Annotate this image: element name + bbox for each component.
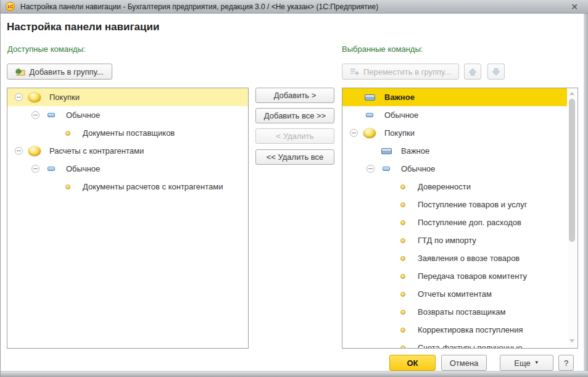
important-icon [360, 94, 379, 101]
tree-item[interactable]: ГТД по импорту [342, 231, 567, 249]
tree-item-label: Обычное [66, 110, 100, 120]
tree-item-label: Покупки [384, 128, 415, 138]
tree-item[interactable]: Обычное [7, 106, 248, 124]
command-icon [394, 292, 412, 297]
tree-item[interactable]: Корректировка поступления [342, 321, 567, 339]
command-icon [394, 202, 412, 207]
vertical-scrollbar[interactable] [568, 89, 577, 347]
command-icon [394, 184, 412, 189]
add-to-group-button[interactable]: Добавить в группу... [7, 64, 112, 80]
arrow-up-icon [468, 67, 478, 77]
group-icon [25, 146, 44, 156]
tree-item-label: Счета-фактуры полученные [418, 343, 523, 349]
available-commands-label: Доступные команды: [7, 44, 86, 54]
collapse-icon[interactable] [15, 147, 23, 155]
move-down-button[interactable] [487, 64, 505, 80]
collapse-icon[interactable] [15, 93, 23, 101]
group-icon [25, 93, 44, 102]
tree-item-label: Покупки [49, 93, 80, 102]
tree-item-label: Обычное [384, 110, 418, 120]
scroll-up-icon[interactable] [569, 92, 574, 95]
tree-item-label: Отчеты комитентам [418, 289, 492, 299]
collapse-icon[interactable] [350, 129, 358, 137]
collapse-icon[interactable] [31, 165, 39, 173]
tree-item[interactable]: Расчеты с контрагентами [7, 142, 248, 160]
command-icon [394, 256, 412, 261]
tree-item-label: Документы поставщиков [83, 128, 175, 138]
tree-item-label: Важное [401, 146, 429, 155]
group-icon [360, 128, 379, 138]
chevron-down-icon: ▼ [534, 360, 539, 365]
tree-item[interactable]: Счета-фактуры полученные [342, 339, 567, 349]
tree-item[interactable]: Важное [342, 88, 567, 106]
add-to-group-label: Добавить в группу... [29, 67, 103, 77]
add-button[interactable]: Добавить > [255, 88, 334, 103]
tree-item[interactable]: Доверенности [342, 178, 567, 196]
tree-item[interactable]: Важное [342, 142, 567, 160]
command-icon [394, 328, 412, 333]
close-icon[interactable]: ✕ [568, 1, 581, 13]
tree-item-label: Обычное [66, 164, 100, 173]
move-to-group-button[interactable]: Переместить в группу... [342, 64, 459, 80]
dialog-window: 1С Настройка панели навигации - Бухгалте… [0, 0, 588, 377]
tree-item-label: Корректировка поступления [418, 325, 523, 334]
collapse-icon[interactable] [366, 165, 375, 173]
dialog-content: Настройка панели навигации Доступные ком… [1, 14, 584, 371]
more-label: Еще [514, 358, 530, 368]
tree-item[interactable]: Отчеты комитентам [342, 285, 567, 303]
window-frame-right [584, 14, 588, 371]
important-icon [377, 148, 395, 154]
arrow-down-icon [491, 67, 501, 77]
selected-commands-label: Выбранные команды: [342, 44, 423, 54]
common-icon [377, 167, 395, 171]
window-frame-bottom [1, 371, 588, 377]
command-icon [394, 220, 412, 225]
tree-item-label: Расчеты с контрагентами [49, 146, 144, 155]
tree-item[interactable]: Поступление доп. расходов [342, 213, 567, 231]
tree-item-label: Доверенности [418, 182, 471, 191]
remove-all-button[interactable]: << Удалить все [255, 149, 334, 165]
ok-button[interactable]: ОК [389, 355, 436, 371]
command-icon [394, 274, 412, 279]
collapse-icon[interactable] [31, 111, 39, 119]
window-title: Настройка панели навигации - Бухгалтерия… [20, 2, 378, 11]
add-all-button[interactable]: Добавить все >> [255, 108, 334, 123]
command-icon [59, 184, 77, 189]
tree-item-label: Заявления о ввозе товаров [418, 254, 520, 263]
move-list-icon [350, 67, 360, 76]
selected-commands-tree: ВажноеОбычноеПокупкиВажноеОбычноеДоверен… [342, 88, 578, 349]
tree-item[interactable]: Документы расчетов с контрагентами [7, 178, 248, 196]
tree-item[interactable]: Обычное [7, 160, 248, 178]
tree-item[interactable]: Возвраты поставщикам [342, 303, 567, 321]
scroll-down-icon[interactable] [569, 339, 574, 342]
tree-item[interactable]: Документы поставщиков [7, 124, 248, 142]
command-icon [394, 346, 412, 349]
tree-item-label: Важное [384, 93, 415, 102]
tree-item-label: Поступление товаров и услуг [418, 200, 527, 209]
scrollbar-thumb[interactable] [569, 99, 575, 242]
common-icon [360, 113, 379, 117]
tree-item[interactable]: Покупки [342, 124, 567, 142]
move-to-group-label: Переместить в группу... [363, 67, 451, 77]
titlebar: 1С Настройка панели навигации - Бухгалте… [1, 0, 588, 14]
tree-item[interactable]: Передача товаров комитенту [342, 267, 567, 285]
cancel-button[interactable]: Отмена [441, 355, 487, 371]
tree-item[interactable]: Обычное [342, 160, 567, 178]
command-icon [394, 310, 412, 315]
tree-item-label: Возвраты поставщикам [418, 307, 506, 317]
tree-item-label: Передача товаров комитенту [418, 271, 527, 281]
help-button[interactable]: ? [558, 355, 574, 371]
tree-item[interactable]: Заявления о ввозе товаров [342, 249, 567, 267]
move-up-button[interactable] [464, 64, 481, 80]
available-commands-tree: ПокупкиОбычноеДокументы поставщиковРасче… [7, 88, 249, 349]
tree-item-label: Документы расчетов с контрагентами [83, 182, 223, 191]
tree-item[interactable]: Поступление товаров и услуг [342, 196, 567, 213]
page-title: Настройка панели навигации [7, 21, 159, 33]
common-icon [42, 167, 60, 171]
remove-button[interactable]: < Удалить [255, 128, 334, 144]
tree-item-label: Поступление доп. расходов [418, 218, 521, 227]
tree-item[interactable]: Обычное [342, 106, 567, 124]
more-button[interactable]: Еще ▼ [500, 355, 553, 371]
tree-item[interactable]: Покупки [7, 88, 248, 106]
tree-item-label: Обычное [401, 164, 435, 173]
